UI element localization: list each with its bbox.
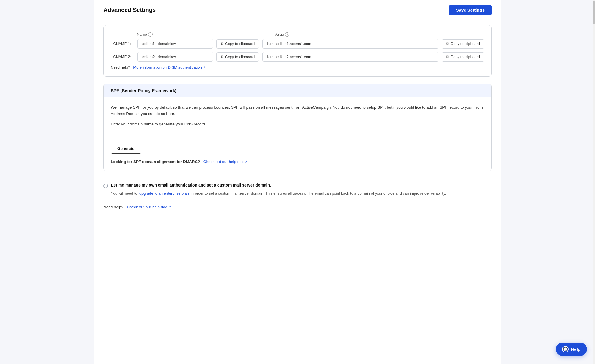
- spf-description: We manage SPF for you by default so that…: [111, 104, 484, 117]
- cname1-name-copy-button[interactable]: ⧉ Copy to clipboard: [216, 39, 259, 49]
- cname2-name-input[interactable]: [137, 52, 213, 62]
- enterprise-plan-link[interactable]: upgrade to an enterprise plan: [139, 191, 189, 197]
- custom-mail-row: Let me manage my own email authenticatio…: [103, 183, 492, 188]
- cname1-label: CNAME 1:: [111, 42, 134, 46]
- copy-icon-2a: ⧉: [221, 55, 223, 59]
- spf-card-body: We manage SPF for you by default so that…: [104, 97, 491, 171]
- col-header-value: Value i: [275, 32, 484, 37]
- help-fab-button[interactable]: 💬 Help: [556, 343, 587, 356]
- spf-title: SPF (Sender Policy Framework): [111, 88, 484, 93]
- footer-external-icon: ↗: [168, 205, 171, 209]
- spf-card-header: SPF (Sender Policy Framework): [104, 84, 491, 97]
- cname2-name-copy-button[interactable]: ⧉ Copy to clipboard: [216, 52, 259, 62]
- name-info-icon: i: [148, 32, 153, 37]
- copy-icon-2b: ⧉: [446, 55, 449, 59]
- header: Advanced Settings Save Settings: [94, 0, 501, 20]
- spf-card: SPF (Sender Policy Framework) We manage …: [103, 84, 492, 171]
- dkim-help-row: Need help? More information on DKIM auth…: [111, 65, 484, 69]
- footer-help-link[interactable]: Check out our help doc ↗: [127, 205, 171, 209]
- scrollbar-thumb[interactable]: [593, 1, 595, 24]
- custom-mail-title: Let me manage my own email authenticatio…: [111, 183, 271, 187]
- dkim-col-headers: Name i Value i: [111, 32, 484, 37]
- dmarc-help-link[interactable]: Check out our help doc ↗: [203, 159, 248, 164]
- cname1-value-input[interactable]: [262, 39, 438, 49]
- custom-mail-section: Let me manage my own email authenticatio…: [103, 178, 492, 199]
- dkim-row-2: CNAME 2: ⧉ Copy to clipboard ⧉ Copy to c…: [111, 52, 484, 62]
- col-header-name: Name i: [137, 32, 212, 37]
- scrollbar[interactable]: [593, 0, 595, 364]
- cname1-name-input[interactable]: [137, 39, 213, 49]
- value-info-icon: i: [285, 32, 289, 37]
- spf-domain-input[interactable]: [111, 129, 484, 139]
- dkim-card: Name i Value i CNAME 1: ⧉ Copy to clipbo…: [103, 25, 492, 77]
- cname2-label: CNAME 2:: [111, 55, 134, 59]
- copy-icon-1b: ⧉: [446, 42, 449, 46]
- cname2-value-copy-button[interactable]: ⧉ Copy to clipboard: [442, 52, 484, 62]
- custom-mail-desc: You will need to upgrade to an enterpris…: [111, 191, 492, 197]
- dkim-help-link[interactable]: More information on DKIM authentication …: [133, 65, 205, 69]
- footer-help-row: Need help? Check out our help doc ↗: [103, 205, 492, 209]
- generate-button[interactable]: Generate: [111, 144, 141, 154]
- dkim-row-1: CNAME 1: ⧉ Copy to clipboard ⧉ Copy to c…: [111, 39, 484, 49]
- cname1-value-copy-button[interactable]: ⧉ Copy to clipboard: [442, 39, 484, 49]
- page-title: Advanced Settings: [103, 7, 156, 13]
- dkim-help-external-icon: ↗: [203, 65, 206, 69]
- main-content: Name i Value i CNAME 1: ⧉ Copy to clipbo…: [94, 25, 501, 218]
- help-fab-icon: 💬: [562, 346, 569, 352]
- dmarc-row: Looking for SPF domain alignment for DMA…: [111, 159, 484, 164]
- spf-domain-label: Enter your domain name to generate your …: [111, 122, 484, 126]
- cname2-value-input[interactable]: [262, 52, 438, 62]
- dmarc-external-icon: ↗: [245, 160, 248, 164]
- copy-icon-1a: ⧉: [221, 42, 223, 46]
- save-settings-button[interactable]: Save Settings: [449, 5, 492, 15]
- custom-mail-radio[interactable]: [103, 184, 108, 188]
